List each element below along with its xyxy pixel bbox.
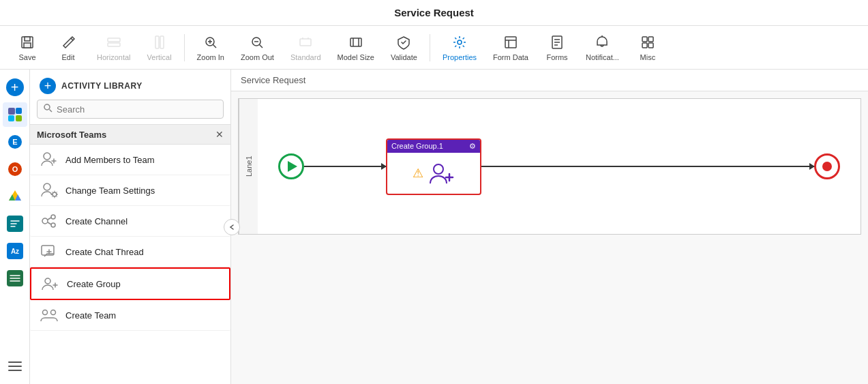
- play-icon: [288, 161, 297, 172]
- svg-point-34: [42, 218, 48, 224]
- start-node[interactable]: [278, 153, 304, 179]
- list-icon: [7, 270, 23, 286]
- arrow-line-1: [304, 166, 386, 167]
- sidebar-icon-add[interactable]: +: [3, 75, 27, 100]
- add-members-label: Add Members to Team: [65, 155, 155, 165]
- properties-button[interactable]: Properties: [436, 31, 483, 64]
- svg-point-38: [45, 278, 50, 284]
- horizontal-button: Horizontal: [90, 31, 138, 64]
- svg-rect-18: [8, 108, 15, 115]
- notifications-label: Notificat...: [586, 53, 619, 61]
- add-members-icon: [40, 150, 59, 169]
- sidebar-icon-exchange[interactable]: E: [3, 130, 27, 154]
- svg-rect-9: [300, 39, 311, 46]
- standard-icon: [297, 34, 314, 50]
- sidebar-icon-office[interactable]: O: [3, 157, 27, 181]
- exchange-icon: E: [7, 134, 23, 150]
- svg-point-31: [44, 153, 50, 160]
- svg-text:Az: Az: [10, 248, 18, 255]
- create-chat-label: Create Chat Thread: [65, 247, 144, 257]
- teams-icon: [7, 106, 23, 123]
- forms-icon: [549, 34, 565, 50]
- validate-button[interactable]: Validate: [384, 31, 424, 64]
- svg-rect-14: [642, 37, 647, 42]
- form-data-label: Form Data: [493, 53, 528, 61]
- vertical-icon: [151, 34, 168, 50]
- search-input[interactable]: [57, 104, 218, 115]
- workflow-label: Service Request: [231, 70, 868, 91]
- forms-button[interactable]: Forms: [538, 31, 576, 64]
- activity-add-button[interactable]: +: [40, 78, 56, 94]
- canvas-area[interactable]: Service Request Lane1 Create Group.1: [231, 70, 868, 384]
- category-close-button[interactable]: ✕: [215, 129, 224, 140]
- svg-rect-10: [350, 38, 361, 46]
- main-content: + E O: [0, 70, 868, 384]
- horizontal-label: Horizontal: [97, 53, 131, 61]
- forms-sidebar-icon: [7, 216, 23, 232]
- zoom-out-icon: [249, 34, 265, 50]
- arrow-line-2: [481, 166, 814, 167]
- change-team-label: Change Team Settings: [65, 186, 155, 196]
- svg-rect-4: [108, 43, 120, 46]
- validate-icon: [395, 34, 412, 50]
- sidebar-icon-azure[interactable]: Az: [3, 239, 27, 263]
- form-data-icon: [503, 34, 519, 50]
- activity-item-add-members[interactable]: Add Members to Team: [30, 145, 230, 175]
- edit-button[interactable]: Edit: [49, 31, 87, 64]
- create-team-icon: [40, 306, 59, 325]
- activity-block[interactable]: Create Group.1 ⚙ ⚠: [386, 138, 481, 195]
- lane-container: Lane1 Create Group.1 ⚙: [238, 98, 861, 235]
- create-team-label: Create Team: [65, 310, 116, 321]
- app-title: Service Request: [394, 7, 474, 18]
- svg-point-30: [44, 104, 50, 110]
- toolbar-separator-2: [430, 34, 430, 61]
- stop-icon: [822, 162, 832, 171]
- model-size-button[interactable]: Model Size: [331, 31, 381, 64]
- end-node[interactable]: [814, 153, 840, 179]
- activity-block-body: ⚠: [387, 153, 480, 194]
- create-chat-icon: [40, 242, 59, 261]
- svg-point-36: [51, 223, 55, 227]
- activity-item-change-team[interactable]: Change Team Settings: [30, 175, 230, 206]
- activity-block-header: Create Group.1 ⚙: [387, 140, 480, 153]
- chevron-left-icon: [228, 224, 235, 231]
- svg-rect-20: [8, 115, 14, 121]
- zoom-in-button[interactable]: Zoom In: [190, 31, 231, 64]
- save-icon: [19, 34, 35, 50]
- category-header: Microsoft Teams ✕: [30, 124, 230, 145]
- activity-item-create-chat[interactable]: Create Chat Thread: [30, 237, 230, 267]
- horizontal-icon: [106, 34, 122, 50]
- sidebar-icon-menu[interactable]: [3, 354, 27, 379]
- activity-item-create-team[interactable]: Create Team: [30, 300, 230, 331]
- misc-icon: [640, 34, 656, 50]
- left-icon-sidebar: + E O: [0, 70, 30, 384]
- lane-label: Lane1: [239, 99, 258, 234]
- panel-collapse-button[interactable]: [224, 219, 240, 235]
- sidebar-icon-forms[interactable]: [3, 211, 27, 236]
- notifications-button[interactable]: Notificat...: [579, 31, 626, 64]
- activity-library-header: + ACTIVITY LIBRARY: [30, 70, 230, 100]
- activity-gear-icon[interactable]: ⚙: [469, 142, 476, 151]
- activity-item-create-channel[interactable]: Create Channel: [30, 206, 230, 237]
- sidebar-icon-list[interactable]: [3, 266, 27, 291]
- sidebar-icon-drive[interactable]: [3, 184, 27, 209]
- create-group-label: Create Group: [67, 279, 121, 289]
- model-size-label: Model Size: [338, 53, 374, 61]
- save-label: Save: [18, 53, 35, 61]
- save-button[interactable]: Save: [8, 31, 46, 64]
- properties-icon: [451, 34, 468, 50]
- svg-text:O: O: [12, 165, 18, 173]
- notifications-icon: [594, 34, 610, 50]
- svg-rect-19: [16, 108, 22, 114]
- sidebar-icon-teams[interactable]: [3, 102, 27, 127]
- app-header: Service Request: [0, 0, 868, 26]
- zoom-out-button[interactable]: Zoom Out: [234, 31, 281, 64]
- activity-item-create-group[interactable]: Create Group: [30, 267, 230, 300]
- standard-label: Standard: [290, 53, 321, 61]
- form-data-button[interactable]: Form Data: [486, 31, 535, 64]
- search-icon: [43, 103, 53, 115]
- flow-nodes: Create Group.1 ⚙ ⚠: [278, 138, 840, 195]
- validate-label: Validate: [391, 53, 417, 61]
- misc-button[interactable]: Misc: [629, 31, 667, 64]
- activity-library-panel: + ACTIVITY LIBRARY Microsoft Teams ✕: [30, 70, 231, 384]
